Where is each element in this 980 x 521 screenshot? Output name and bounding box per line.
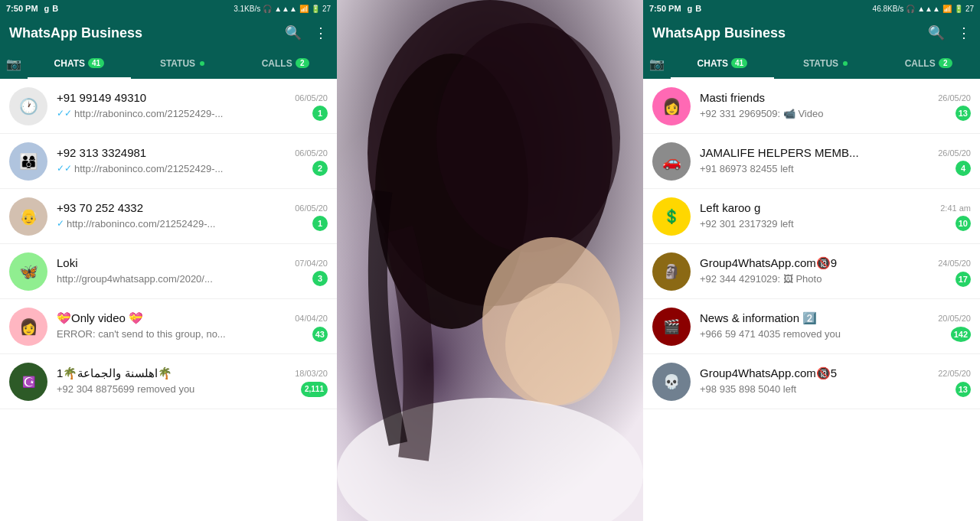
right-unread-6: 13 <box>956 382 971 397</box>
right-chat-message-4: +92 344 4291029: 🖼 Photo <box>700 273 949 285</box>
left-unread-2: 2 <box>312 161 328 176</box>
left-calls-label: CALLS <box>262 58 292 69</box>
left-chat-message-4: http://group4whatsapp.com/2020/... <box>57 273 306 285</box>
right-unread-2: 4 <box>956 161 971 176</box>
right-chat-name-2: JAMALIFE HELPERS MEMB... <box>700 146 932 159</box>
right-chat-content-2: JAMALIFE HELPERS MEMB... 26/05/20 +91 86… <box>700 146 971 176</box>
right-chat-item-6[interactable]: 💀 Group4WhatsApp.com🔞5 22/05/20 +98 935 … <box>643 354 980 409</box>
right-status-time: 7:50 PM g B <box>649 4 701 13</box>
left-avatar-5: 👩 <box>9 308 47 346</box>
left-chat-time-1: 06/05/20 <box>295 93 328 103</box>
left-chat-message-5: ERROR: can't send to this group, no... <box>57 328 306 340</box>
left-chat-time-4: 07/04/20 <box>295 259 328 268</box>
right-chat-name-5: News & information 2️⃣ <box>700 311 932 325</box>
left-check-2: ✓✓ <box>57 163 72 174</box>
svg-point-4 <box>436 23 620 252</box>
left-chat-name-6: 1🌴اهلسنة والجماعة🌴 <box>57 366 289 380</box>
left-check-3: ✓ <box>57 218 64 229</box>
right-chat-header-5: News & information 2️⃣ 20/05/20 <box>700 311 971 325</box>
left-chat-item-1[interactable]: 🕐 +91 99149 49310 06/05/20 ✓✓ http://rab… <box>0 79 337 134</box>
left-tab-calls[interactable]: CALLS 2 <box>234 49 337 79</box>
left-msg-text-5: ERROR: can't send to this group, no... <box>57 328 226 340</box>
left-chat-item-5[interactable]: 👩 💝Only video 💝 04/04/20 ERROR: can't se… <box>0 299 337 354</box>
left-avatar-4: 🦋 <box>9 252 47 291</box>
right-avatar-6: 💀 <box>652 363 691 401</box>
right-chat-preview-2: +91 86973 82455 left 4 <box>700 161 971 176</box>
left-chat-item-2[interactable]: 👨‍👩‍👦 +92 313 3324981 06/05/20 ✓✓ http:/… <box>0 134 337 189</box>
left-chat-item-6[interactable]: ☪️ 1🌴اهلسنة والجماعة🌴 18/03/20 +92 304 8… <box>0 354 337 409</box>
right-header-icons: 🔍 ⋮ <box>928 24 971 41</box>
right-b-icon: B <box>695 4 701 13</box>
left-avatar-3: 👴 <box>9 197 47 236</box>
left-more-icon[interactable]: ⋮ <box>314 24 328 41</box>
right-battery: 27 <box>965 5 974 13</box>
right-wifi-icon: 📶 <box>942 5 952 13</box>
right-chat-name-6: Group4WhatsApp.com🔞5 <box>700 366 932 380</box>
right-chat-time-2: 26/05/20 <box>938 148 971 158</box>
right-chat-message-5: +966 59 471 4035 removed you <box>700 328 945 340</box>
right-chat-item-3[interactable]: 💲 Left karoo g 2:41 am +92 301 2317329 l… <box>643 189 980 244</box>
left-tab-chats[interactable]: CHATS 41 <box>28 49 131 79</box>
right-app-title: WhatsApp Business <box>652 25 786 41</box>
left-status-time: 7:50 PM g B <box>6 4 58 13</box>
right-unread-5: 142 <box>951 327 971 342</box>
left-chat-name-4: Loki <box>57 256 289 269</box>
right-more-icon[interactable]: ⋮ <box>957 24 971 41</box>
right-chat-header-2: JAMALIFE HELPERS MEMB... 26/05/20 <box>700 146 971 159</box>
right-app-header: WhatsApp Business 🔍 ⋮ <box>643 17 980 49</box>
right-chat-name-3: Left karoo g <box>700 201 934 214</box>
left-status-dot <box>200 61 204 66</box>
right-chat-item-1[interactable]: 👩 Masti friends 26/05/20 +92 331 2969509… <box>643 79 980 134</box>
left-chat-content-6: 1🌴اهلسنة والجماعة🌴 18/03/20 +92 304 8875… <box>57 366 328 397</box>
left-tab-camera[interactable]: 📷 <box>0 49 28 79</box>
left-unread-3: 1 <box>312 216 328 231</box>
right-time: 7:50 PM <box>649 4 681 13</box>
left-msg-text-2: http://raboninco.com/21252429-... <box>74 163 223 174</box>
right-tab-status[interactable]: STATUS <box>774 49 877 79</box>
left-status-label: STATUS <box>160 58 195 69</box>
right-battery-icon: 🔋 <box>954 5 963 13</box>
right-chat-preview-5: +966 59 471 4035 removed you 142 <box>700 327 971 342</box>
right-chat-name-1: Masti friends <box>700 91 932 104</box>
left-chat-header-4: Loki 07/04/20 <box>57 256 328 269</box>
right-tab-calls[interactable]: CALLS 2 <box>877 49 980 79</box>
left-search-icon[interactable]: 🔍 <box>285 24 302 41</box>
middle-photo <box>337 0 643 521</box>
left-chats-badge: 41 <box>88 58 104 68</box>
right-chat-time-3: 2:41 am <box>940 204 971 213</box>
left-speed: 3.1KB/s <box>234 5 260 13</box>
right-chat-item-4[interactable]: 🗿 Group4WhatsApp.com🔞9 24/05/20 +92 344 … <box>643 244 980 299</box>
left-time: 7:50 PM <box>6 4 38 13</box>
left-unread-4: 3 <box>312 271 328 286</box>
right-phone-panel: 7:50 PM g B 46.8KB/s 🎧 ▲▲▲ 📶 🔋 27 WhatsA… <box>643 0 980 521</box>
right-chat-header-6: Group4WhatsApp.com🔞5 22/05/20 <box>700 366 971 380</box>
right-chat-content-4: Group4WhatsApp.com🔞9 24/05/20 +92 344 42… <box>700 256 971 287</box>
right-tab-camera[interactable]: 📷 <box>643 49 671 79</box>
right-chat-time-6: 22/05/20 <box>938 369 971 378</box>
left-chat-message-1: ✓✓ http://raboninco.com/21252429-... <box>57 108 306 119</box>
left-chat-preview-3: ✓ http://raboninco.com/21252429-... 1 <box>57 216 328 231</box>
left-tab-status[interactable]: STATUS <box>131 49 234 79</box>
right-unread-3: 10 <box>956 216 971 231</box>
left-chat-item-4[interactable]: 🦋 Loki 07/04/20 http://group4whatsapp.co… <box>0 244 337 299</box>
left-header-icons: 🔍 ⋮ <box>285 24 328 41</box>
left-app-title: WhatsApp Business <box>9 25 142 41</box>
right-chat-time-4: 24/05/20 <box>938 259 971 268</box>
signal-icon: ▲▲▲ <box>274 5 297 13</box>
left-chat-time-6: 18/03/20 <box>295 369 328 378</box>
left-chat-content-4: Loki 07/04/20 http://group4whatsapp.com/… <box>57 256 328 286</box>
right-chat-item-5[interactable]: 🎬 News & information 2️⃣ 20/05/20 +966 5… <box>643 299 980 354</box>
right-calls-label: CALLS <box>905 58 936 69</box>
right-search-icon[interactable]: 🔍 <box>928 24 945 41</box>
right-avatar-5: 🎬 <box>652 308 691 346</box>
right-chat-list: 👩 Masti friends 26/05/20 +92 331 2969509… <box>643 79 980 521</box>
left-chat-list: 🕐 +91 99149 49310 06/05/20 ✓✓ http://rab… <box>0 79 337 521</box>
left-chat-name-1: +91 99149 49310 <box>57 91 289 104</box>
right-chat-item-2[interactable]: 🚗 JAMALIFE HELPERS MEMB... 26/05/20 +91 … <box>643 134 980 189</box>
left-chat-preview-4: http://group4whatsapp.com/2020/... 3 <box>57 271 328 286</box>
right-tab-chats[interactable]: CHATS 41 <box>671 49 774 79</box>
left-unread-6: 2,111 <box>301 382 328 397</box>
left-chat-item-3[interactable]: 👴 +93 70 252 4332 06/05/20 ✓ http://rabo… <box>0 189 337 244</box>
right-chat-preview-1: +92 331 2969509: 📹 Video 13 <box>700 106 971 121</box>
g-icon: g <box>44 4 50 13</box>
